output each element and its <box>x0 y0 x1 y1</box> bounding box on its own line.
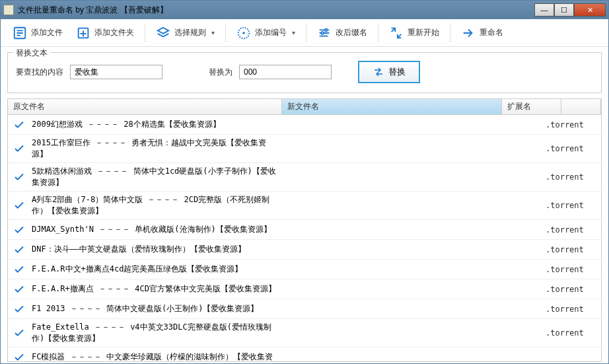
cell-ext: .torrent <box>542 198 601 213</box>
col-original[interactable]: 原文件名 <box>8 99 282 114</box>
cell-newname <box>282 287 542 292</box>
svg-rect-3 <box>83 30 84 36</box>
col-newname[interactable]: 新文件名 <box>282 99 502 114</box>
svg-point-5 <box>242 32 245 34</box>
cell-newname <box>282 227 542 233</box>
cell-newname <box>282 307 542 312</box>
cell-original: 2015工作室巨作 －－－－ 勇者无惧：越战中文完美版【爱收集资源】 <box>28 135 282 163</box>
add-file-icon <box>13 26 27 40</box>
cell-ext: .torrent <box>542 118 601 132</box>
separator <box>145 24 145 42</box>
rename-button[interactable]: 重命名 <box>456 23 509 43</box>
change-ext-button[interactable]: 改后缀名 <box>312 23 373 43</box>
close-button[interactable]: ✕ <box>574 3 606 17</box>
settings-icon <box>317 26 332 40</box>
checkmark-icon <box>8 327 28 339</box>
chevron-down-icon: ▾ <box>211 29 215 36</box>
table-row[interactable]: A列车2部曲（7-8）简体中文版 －－－－ 2CD完整版（不死别姬制作）【爱收集… <box>8 192 601 220</box>
checkmark-icon <box>8 143 28 155</box>
layers-icon <box>156 26 170 40</box>
minimize-button[interactable]: — <box>534 3 554 17</box>
table-row[interactable]: 2009幻想游戏 －－－－ 28个精选集【爱收集资源】 .torrent <box>8 115 601 135</box>
cell-newname <box>282 122 542 127</box>
cell-ext: .torrent <box>542 302 601 316</box>
checkmark-icon <box>8 351 28 362</box>
file-table: 原文件名 新文件名 扩展名 2009幻想游戏 －－－－ 28个精选集【爱收集资源… <box>7 98 602 362</box>
restart-label: 重新开始 <box>408 27 439 38</box>
checkmark-icon <box>8 283 28 295</box>
restart-icon <box>389 26 404 40</box>
table-body[interactable]: 2009幻想游戏 －－－－ 28个精选集【爱收集资源】 .torrent 201… <box>8 115 601 361</box>
cell-original: F.E.A.R中文+撤离点4cd超完美高压绿色版【爱收集资源】 <box>28 261 282 277</box>
checkmark-icon <box>8 244 28 256</box>
search-input[interactable] <box>70 65 162 79</box>
number-icon <box>236 26 251 40</box>
table-row[interactable]: 5款精选休闲游戏 －－－－ 简体中文1cd硬盘版(小李子制作)【爱收集资源】 .… <box>8 163 601 192</box>
svg-point-6 <box>325 28 328 31</box>
col-spacer <box>561 99 601 114</box>
cell-ext: .torrent <box>542 262 601 277</box>
table-row[interactable]: DNF：决斗――中英文硬盘版（爱情玫瑰制作）【爱收集资源】 .torrent <box>8 240 601 260</box>
cell-original: 5款精选休闲游戏 －－－－ 简体中文1cd硬盘版(小李子制作)【爱收集资源】 <box>28 163 282 191</box>
rename-label: 重命名 <box>480 27 503 38</box>
cell-ext: .torrent <box>542 242 601 257</box>
cell-newname <box>282 203 542 208</box>
table-row[interactable]: F.E.A.R中文+撤离点4cd超完美高压绿色版【爱收集资源】 .torrent <box>8 260 601 279</box>
replace-button-label: 替换 <box>388 66 406 78</box>
checkmark-icon <box>8 119 28 131</box>
restart-button[interactable]: 重新开始 <box>384 23 445 43</box>
cell-original: F.E.A.R+撤离点 －－－－ 4CD官方繁体中文完美版【爱收集资源】 <box>28 281 282 297</box>
col-ext[interactable]: 扩展名 <box>502 99 561 114</box>
toolbar: 添加文件 添加文件夹 选择规则 ▾ 添加编号 ▾ 改后缀名 重新开始 <box>1 19 608 47</box>
chevron-down-icon: ▾ <box>292 29 295 36</box>
cell-ext <box>542 355 601 360</box>
table-header: 原文件名 新文件名 扩展名 <box>8 99 601 115</box>
replace-groupbox: 替换文本 要查找的内容 替换为 替换 <box>7 52 602 93</box>
separator <box>306 24 306 42</box>
titlebar[interactable]: 文件批量重命名 by 宝鼎波波 【吾爱破解】 — ☐ ✕ <box>1 1 608 19</box>
maximize-button[interactable]: ☐ <box>554 3 574 17</box>
table-row[interactable]: 2015工作室巨作 －－－－ 勇者无惧：越战中文完美版【爱收集资源】 .torr… <box>8 135 601 163</box>
cell-newname <box>282 267 542 272</box>
cell-original: DJMAX_Synth'N －－－－ 单机收藏版(沧海制作)【爱收集资源】 <box>28 221 282 238</box>
cell-original: 2009幻想游戏 －－－－ 28个精选集【爱收集资源】 <box>28 116 282 133</box>
cell-ext: .torrent <box>542 326 601 340</box>
window-title: 文件批量重命名 by 宝鼎波波 【吾爱破解】 <box>18 5 534 16</box>
cell-original: A列车2部曲（7-8）简体中文版 －－－－ 2CD完整版（不死别姬制作）【爱收集… <box>28 192 282 219</box>
separator <box>378 24 378 42</box>
table-row[interactable]: FC模拟器 －－－－ 中文豪华珍藏版（柠檬的滋味制作）【爱收集资 <box>8 347 601 361</box>
add-file-label: 添加文件 <box>31 27 63 38</box>
app-icon <box>3 5 14 15</box>
add-number-button[interactable]: 添加编号 ▾ <box>231 23 301 43</box>
cell-original: F1 2013 －－－－ 简体中文硬盘版(小王制作)【爱收集资源】 <box>28 301 282 317</box>
separator <box>225 24 226 42</box>
add-number-label: 添加编号 <box>255 27 287 38</box>
cell-newname <box>282 355 542 360</box>
change-ext-label: 改后缀名 <box>336 27 367 38</box>
checkmark-icon <box>8 200 28 211</box>
table-row[interactable]: DJMAX_Synth'N －－－－ 单机收藏版(沧海制作)【爱收集资源】 .t… <box>8 220 601 240</box>
content-area: 替换文本 要查找的内容 替换为 替换 原文件名 新文件名 扩展名 <box>1 47 608 363</box>
cell-original: Fate_Extella －－－－ v4中英文33DLC完整硬盘版(爱情玫瑰制作… <box>28 319 282 347</box>
cell-original: FC模拟器 －－－－ 中文豪华珍藏版（柠檬的滋味制作）【爱收集资 <box>28 349 282 361</box>
replace-label: 替换为 <box>209 67 233 78</box>
add-folder-button[interactable]: 添加文件夹 <box>71 23 139 43</box>
separator <box>450 24 450 42</box>
cell-original: DNF：决斗――中英文硬盘版（爱情玫瑰制作）【爱收集资源】 <box>28 241 282 258</box>
search-label: 要查找的内容 <box>16 67 63 78</box>
cell-ext: .torrent <box>542 282 601 297</box>
add-file-button[interactable]: 添加文件 <box>7 23 68 43</box>
select-rule-button[interactable]: 选择规则 ▾ <box>151 23 220 43</box>
checkmark-icon <box>8 264 28 275</box>
replace-input[interactable] <box>239 65 332 79</box>
replace-button[interactable]: 替换 <box>358 61 420 83</box>
cell-ext: .torrent <box>542 223 601 237</box>
checkmark-icon <box>8 171 28 183</box>
checkmark-icon <box>8 224 28 236</box>
table-row[interactable]: Fate_Extella －－－－ v4中英文33DLC完整硬盘版(爱情玫瑰制作… <box>8 319 601 347</box>
table-row[interactable]: F1 2013 －－－－ 简体中文硬盘版(小王制作)【爱收集资源】 .torre… <box>8 299 601 319</box>
svg-point-7 <box>321 32 324 34</box>
cell-newname <box>282 247 542 252</box>
table-row[interactable]: F.E.A.R+撤离点 －－－－ 4CD官方繁体中文完美版【爱收集资源】 .to… <box>8 279 601 299</box>
add-folder-label: 添加文件夹 <box>94 27 134 38</box>
